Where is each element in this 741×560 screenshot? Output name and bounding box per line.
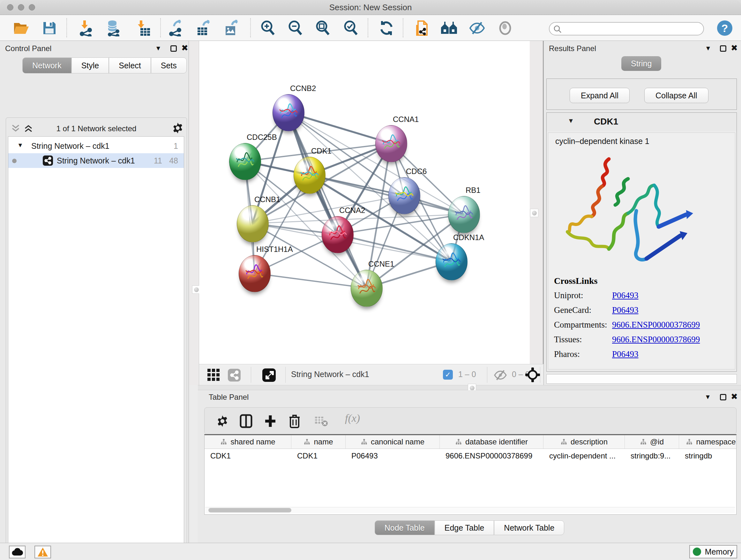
column-header-database-identifier[interactable]: database identifier [440, 435, 543, 449]
section-expander-icon[interactable]: ▼ [568, 117, 574, 125]
tab-sets[interactable]: Sets [151, 57, 187, 73]
network-view-canvas[interactable]: CCNB2CCNA1CDC25BCDK1CDC6RB1CCNB1CCNA2CDK… [199, 41, 530, 364]
network-node-CDC6[interactable] [388, 177, 420, 214]
tab-network[interactable]: Network [22, 57, 71, 73]
zoom-selected-button[interactable] [342, 19, 359, 37]
zoom-in-button[interactable] [259, 19, 276, 37]
show-graphics-details-button[interactable] [496, 19, 514, 37]
search-field[interactable] [549, 22, 704, 36]
tab-style[interactable]: Style [71, 57, 109, 73]
tab-node-table[interactable]: Node Table [375, 520, 434, 535]
cell-namespace[interactable]: stringdb [679, 449, 737, 463]
save-session-button[interactable] [41, 19, 58, 37]
gear-icon[interactable] [172, 122, 184, 134]
memory-button[interactable]: Memory [689, 545, 737, 558]
crosslink-link[interactable]: P06493 [612, 349, 638, 359]
float-panel-icon[interactable]: ▼ [705, 45, 711, 52]
network-node-CDK1[interactable] [293, 157, 326, 194]
close-panel-icon[interactable]: ✖ [731, 393, 738, 400]
tab-string[interactable]: String [621, 56, 661, 71]
column-header-description[interactable]: description [543, 435, 625, 449]
zoom-fit-button[interactable] [314, 19, 331, 37]
network-node-CDC25B[interactable] [229, 143, 261, 180]
network-row[interactable]: String Network – cdk1 11 48 [8, 153, 184, 168]
splitter-collapse-handle[interactable] [530, 209, 538, 217]
search-input[interactable] [563, 23, 699, 35]
cloud-status-button[interactable] [9, 546, 25, 558]
selected-checkbox-icon[interactable]: ✓ [443, 370, 453, 380]
cell-database-identifier[interactable]: 9606.ENSP00000378699 [440, 449, 543, 463]
network-node-CCNB2[interactable] [273, 94, 305, 131]
open-session-button[interactable] [13, 19, 30, 37]
table-options-button[interactable] [214, 413, 231, 429]
cell-canonical-name[interactable]: P06493 [346, 449, 440, 463]
network-edge-HIST1H1A-CCNE1[interactable] [254, 273, 366, 288]
delete-column-button[interactable] [286, 413, 303, 429]
tree-expander-icon[interactable]: ▼ [17, 138, 23, 152]
zoom-out-button[interactable] [286, 19, 304, 37]
crosslink-link[interactable]: P06493 [612, 291, 638, 300]
crosslink-link[interactable]: P06493 [612, 305, 638, 315]
scrollbar-thumb[interactable] [208, 508, 291, 512]
column-header-namespace[interactable]: namespace [679, 435, 737, 449]
import-table-from-file-button[interactable] [135, 19, 152, 37]
column-header-canonical-name[interactable]: canonical name [346, 435, 440, 449]
right-splitter[interactable] [530, 41, 543, 385]
cell-description[interactable]: cyclin-dependent ... [543, 449, 625, 463]
home-button[interactable] [441, 19, 458, 37]
help-button[interactable]: ? [716, 19, 733, 37]
tab-select[interactable]: Select [109, 57, 151, 73]
left-splitter[interactable] [189, 41, 199, 385]
import-network-from-database-button[interactable] [105, 19, 122, 37]
cell-shared-name[interactable]: CDK1 [205, 449, 291, 463]
float-panel-icon[interactable]: ▼ [704, 393, 711, 401]
network-node-CCNE1[interactable] [351, 270, 383, 307]
birds-eye-view-icon[interactable] [262, 368, 276, 382]
network-edge-CCNB2-CCNE1[interactable] [288, 112, 366, 288]
column-header-shared-name[interactable]: shared name [205, 435, 291, 449]
network-node-HIST1H1A[interactable] [239, 255, 271, 292]
results-scroll-strip[interactable] [546, 374, 737, 384]
crosslink-link[interactable]: 9606.ENSP00000378699 [612, 334, 700, 344]
network-node-CCNB1[interactable] [237, 205, 269, 242]
create-column-button[interactable] [262, 413, 279, 429]
network-view-icon[interactable] [228, 369, 241, 381]
show-columns-button[interactable] [238, 413, 254, 429]
export-image-button[interactable] [223, 19, 240, 37]
close-panel-icon[interactable]: ✖ [731, 45, 738, 51]
maximize-panel-icon[interactable] [720, 394, 726, 400]
table-row[interactable]: CDK1CDK1P064939606.ENSP00000378699cyclin… [205, 449, 736, 463]
collapse-all-button[interactable]: Collapse All [644, 88, 709, 103]
network-node-CCNA2[interactable] [322, 216, 354, 253]
apply-layout-button[interactable] [378, 19, 395, 37]
warnings-button[interactable] [35, 546, 51, 558]
cell--id[interactable]: stringdb:9... [625, 449, 679, 463]
maximize-panel-icon[interactable] [720, 45, 726, 52]
column-header--id[interactable]: @id [625, 435, 679, 449]
network-node-CDKN1A[interactable] [435, 243, 468, 280]
delete-table-button[interactable] [313, 413, 330, 429]
cell-name[interactable]: CDK1 [291, 449, 346, 463]
maximize-panel-icon[interactable] [171, 45, 177, 52]
fit-selected-crosshair-icon[interactable] [525, 367, 541, 383]
expand-all-button[interactable]: Expand All [569, 88, 630, 103]
grid-view-icon[interactable] [207, 369, 220, 381]
string-import-button[interactable] [413, 19, 430, 37]
network-node-RB1[interactable] [448, 196, 480, 233]
float-panel-icon[interactable]: ▼ [155, 45, 161, 52]
export-table-button[interactable] [195, 19, 212, 37]
horizontal-splitter[interactable] [198, 385, 741, 390]
tab-network-table[interactable]: Network Table [494, 520, 564, 535]
column-header-name[interactable]: name [291, 435, 346, 449]
crosslink-link[interactable]: 9606.ENSP00000378699 [612, 320, 700, 329]
function-builder-button[interactable]: f(x) [345, 412, 360, 424]
import-network-from-file-button[interactable] [78, 19, 95, 37]
hide-unhide-button[interactable] [468, 19, 486, 37]
horizontal-scrollbar[interactable] [205, 507, 735, 513]
network-node-CCNA1[interactable] [375, 125, 407, 162]
close-panel-icon[interactable]: ✖ [181, 45, 188, 51]
tab-edge-table[interactable]: Edge Table [434, 520, 494, 535]
gene-header-row[interactable]: ▼ CDK1 [547, 113, 737, 131]
network-collection-row[interactable]: ▼ String Network – cdk1 1 [8, 138, 184, 153]
export-network-button[interactable] [167, 19, 185, 37]
